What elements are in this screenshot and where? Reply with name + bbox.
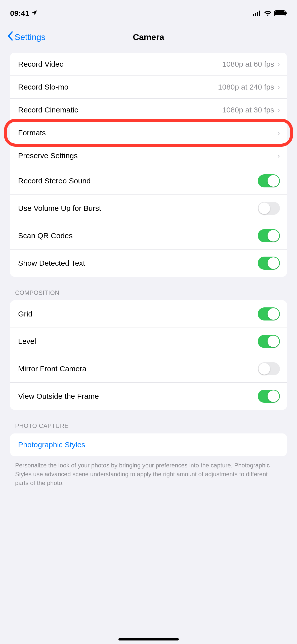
row-label: Preserve Settings xyxy=(18,151,78,160)
row-label: Grid xyxy=(18,310,32,318)
row-photographic-styles[interactable]: Photographic Styles xyxy=(10,433,287,456)
row-formats[interactable]: Formats › xyxy=(10,121,287,144)
row-grid[interactable]: Grid xyxy=(10,300,287,328)
row-record-slomo[interactable]: Record Slo-mo 1080p at 240 fps › xyxy=(10,75,287,98)
wifi-icon xyxy=(264,11,272,16)
status-time: 09:41 xyxy=(10,9,29,18)
group-footer-photo-capture: Personalize the look of your photos by b… xyxy=(15,461,282,487)
page-title: Camera xyxy=(133,32,164,42)
row-value: 1080p at 30 fps xyxy=(222,106,274,114)
back-button[interactable]: Settings xyxy=(8,31,46,43)
toggle-grid[interactable] xyxy=(258,307,280,320)
row-preserve-settings[interactable]: Preserve Settings › xyxy=(10,144,287,167)
status-left: 09:41 xyxy=(10,9,37,18)
chevron-right-icon: › xyxy=(278,60,280,68)
group-header-composition: Composition xyxy=(15,289,282,296)
svg-rect-2 xyxy=(257,12,258,16)
row-label: Use Volume Up for Burst xyxy=(18,204,101,213)
row-record-video[interactable]: Record Video 1080p at 60 fps › xyxy=(10,53,287,75)
back-label: Settings xyxy=(15,32,46,42)
chevron-left-icon xyxy=(8,31,13,43)
chevron-right-icon: › xyxy=(278,106,280,114)
chevron-right-icon: › xyxy=(278,83,280,91)
battery-icon xyxy=(274,10,287,16)
toggle-show-detected-text[interactable] xyxy=(258,257,280,270)
chevron-right-icon: › xyxy=(278,129,280,137)
row-label: View Outside the Frame xyxy=(18,392,99,400)
row-view-outside-frame[interactable]: View Outside the Frame xyxy=(10,382,287,410)
toggle-record-stereo-sound[interactable] xyxy=(258,174,280,187)
toggle-mirror-front[interactable] xyxy=(258,362,280,375)
location-icon xyxy=(31,9,37,18)
toggle-scan-qr[interactable] xyxy=(258,229,280,242)
content: Record Video 1080p at 60 fps › Record Sl… xyxy=(0,53,297,497)
row-record-cinematic[interactable]: Record Cinematic 1080p at 30 fps › xyxy=(10,98,287,121)
row-label: Level xyxy=(18,337,36,346)
cellular-icon xyxy=(253,11,261,16)
svg-rect-1 xyxy=(255,13,256,16)
group-header-photo-capture: Photo Capture xyxy=(15,422,282,429)
group-photo-capture: Photographic Styles xyxy=(10,433,287,456)
row-volume-up-burst[interactable]: Use Volume Up for Burst xyxy=(10,194,287,222)
toggle-level[interactable] xyxy=(258,335,280,348)
row-scan-qr[interactable]: Scan QR Codes xyxy=(10,222,287,249)
row-label: Show Detected Text xyxy=(18,259,85,267)
row-value: 1080p at 60 fps xyxy=(222,60,274,68)
svg-rect-0 xyxy=(253,14,254,16)
row-label: Record Stereo Sound xyxy=(18,177,91,185)
group-recording: Record Video 1080p at 60 fps › Record Sl… xyxy=(10,53,287,277)
row-label: Record Slo-mo xyxy=(18,83,68,91)
group-composition: Grid Level Mirror Front Camera View Outs… xyxy=(10,300,287,410)
svg-rect-6 xyxy=(286,12,287,14)
row-label: Photographic Styles xyxy=(18,440,85,449)
home-indicator[interactable] xyxy=(118,638,179,640)
svg-rect-3 xyxy=(259,11,260,16)
toggle-view-outside-frame[interactable] xyxy=(258,390,280,403)
row-show-detected-text[interactable]: Show Detected Text xyxy=(10,249,287,277)
status-bar: 09:41 xyxy=(0,0,297,24)
nav-bar: Settings Camera xyxy=(0,24,297,53)
chevron-right-icon: › xyxy=(278,152,280,160)
row-value: 1080p at 240 fps xyxy=(218,83,274,91)
status-right xyxy=(253,10,287,16)
row-label: Mirror Front Camera xyxy=(18,365,87,373)
row-mirror-front[interactable]: Mirror Front Camera xyxy=(10,355,287,382)
row-label: Record Video xyxy=(18,60,64,68)
row-label: Record Cinematic xyxy=(18,106,78,114)
row-record-stereo-sound[interactable]: Record Stereo Sound xyxy=(10,167,287,194)
toggle-volume-up-burst[interactable] xyxy=(258,202,280,215)
row-label: Scan QR Codes xyxy=(18,231,73,240)
svg-rect-5 xyxy=(275,11,285,15)
row-level[interactable]: Level xyxy=(10,328,287,355)
row-label: Formats xyxy=(18,129,46,137)
